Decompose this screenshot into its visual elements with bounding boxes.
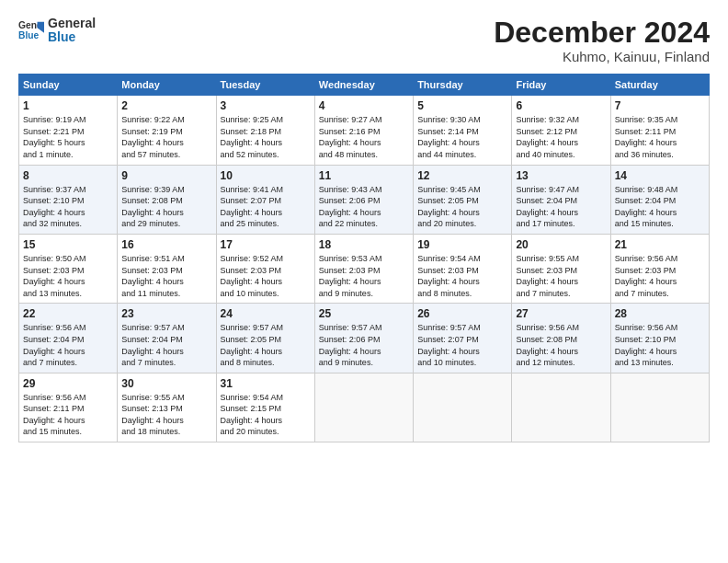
logo-blue: Blue bbox=[48, 30, 96, 44]
col-wednesday: Wednesday bbox=[314, 75, 413, 96]
col-tuesday: Tuesday bbox=[216, 75, 314, 96]
day-info: Sunrise: 9:45 AM Sunset: 2:05 PM Dayligh… bbox=[417, 184, 507, 230]
table-row bbox=[512, 373, 610, 442]
table-row: 2Sunrise: 9:22 AM Sunset: 2:19 PM Daylig… bbox=[118, 96, 216, 165]
table-row: 3Sunrise: 9:25 AM Sunset: 2:18 PM Daylig… bbox=[216, 96, 314, 165]
day-number: 11 bbox=[319, 169, 409, 182]
calendar-week-row: 22Sunrise: 9:56 AM Sunset: 2:04 PM Dayli… bbox=[19, 304, 710, 373]
day-info: Sunrise: 9:52 AM Sunset: 2:03 PM Dayligh… bbox=[221, 253, 311, 299]
table-row: 15Sunrise: 9:50 AM Sunset: 2:03 PM Dayli… bbox=[19, 234, 118, 303]
table-row: 24Sunrise: 9:57 AM Sunset: 2:05 PM Dayli… bbox=[216, 304, 314, 373]
table-row: 14Sunrise: 9:48 AM Sunset: 2:04 PM Dayli… bbox=[610, 165, 709, 234]
table-row: 9Sunrise: 9:39 AM Sunset: 2:08 PM Daylig… bbox=[118, 165, 216, 234]
day-info: Sunrise: 9:56 AM Sunset: 2:11 PM Dayligh… bbox=[23, 392, 113, 438]
day-number: 28 bbox=[615, 307, 705, 320]
table-row: 28Sunrise: 9:56 AM Sunset: 2:10 PM Dayli… bbox=[610, 304, 709, 373]
title-block: December 2024 Kuhmo, Kainuu, Finland bbox=[494, 17, 710, 64]
day-number: 7 bbox=[615, 99, 705, 112]
calendar-title: December 2024 bbox=[494, 17, 710, 49]
day-info: Sunrise: 9:30 AM Sunset: 2:14 PM Dayligh… bbox=[417, 114, 507, 160]
calendar-table: Sunday Monday Tuesday Wednesday Thursday… bbox=[18, 74, 710, 442]
day-number: 4 bbox=[319, 99, 409, 112]
day-number: 23 bbox=[121, 307, 211, 320]
table-row: 12Sunrise: 9:45 AM Sunset: 2:05 PM Dayli… bbox=[414, 165, 512, 234]
day-info: Sunrise: 9:56 AM Sunset: 2:04 PM Dayligh… bbox=[23, 322, 113, 368]
day-info: Sunrise: 9:51 AM Sunset: 2:03 PM Dayligh… bbox=[121, 253, 211, 299]
table-row: 19Sunrise: 9:54 AM Sunset: 2:03 PM Dayli… bbox=[414, 234, 512, 303]
logo: General Blue General Blue bbox=[18, 17, 96, 45]
day-info: Sunrise: 9:35 AM Sunset: 2:11 PM Dayligh… bbox=[615, 114, 705, 160]
day-info: Sunrise: 9:19 AM Sunset: 2:21 PM Dayligh… bbox=[23, 114, 113, 160]
table-row: 6Sunrise: 9:32 AM Sunset: 2:12 PM Daylig… bbox=[512, 96, 610, 165]
table-row: 1Sunrise: 9:19 AM Sunset: 2:21 PM Daylig… bbox=[19, 96, 118, 165]
day-number: 9 bbox=[121, 169, 211, 182]
day-number: 16 bbox=[121, 238, 211, 251]
day-info: Sunrise: 9:27 AM Sunset: 2:16 PM Dayligh… bbox=[319, 114, 409, 160]
header: General Blue General Blue December 2024 … bbox=[18, 17, 710, 64]
table-row: 23Sunrise: 9:57 AM Sunset: 2:04 PM Dayli… bbox=[118, 304, 216, 373]
calendar-header-row: Sunday Monday Tuesday Wednesday Thursday… bbox=[19, 75, 710, 96]
col-saturday: Saturday bbox=[610, 75, 709, 96]
calendar-week-row: 8Sunrise: 9:37 AM Sunset: 2:10 PM Daylig… bbox=[19, 165, 710, 234]
table-row: 20Sunrise: 9:55 AM Sunset: 2:03 PM Dayli… bbox=[512, 234, 610, 303]
day-number: 29 bbox=[23, 377, 113, 390]
table-row: 18Sunrise: 9:53 AM Sunset: 2:03 PM Dayli… bbox=[314, 234, 413, 303]
day-number: 26 bbox=[417, 307, 507, 320]
table-row bbox=[610, 373, 709, 442]
day-number: 27 bbox=[516, 307, 606, 320]
table-row: 4Sunrise: 9:27 AM Sunset: 2:16 PM Daylig… bbox=[314, 96, 413, 165]
day-info: Sunrise: 9:32 AM Sunset: 2:12 PM Dayligh… bbox=[516, 114, 606, 160]
day-info: Sunrise: 9:37 AM Sunset: 2:10 PM Dayligh… bbox=[23, 184, 113, 230]
day-number: 31 bbox=[221, 377, 311, 390]
day-info: Sunrise: 9:56 AM Sunset: 2:10 PM Dayligh… bbox=[615, 322, 705, 368]
calendar-page: General Blue General Blue December 2024 … bbox=[0, 0, 728, 563]
table-row: 11Sunrise: 9:43 AM Sunset: 2:06 PM Dayli… bbox=[314, 165, 413, 234]
day-info: Sunrise: 9:54 AM Sunset: 2:15 PM Dayligh… bbox=[221, 392, 311, 438]
logo-general: General bbox=[48, 17, 96, 30]
table-row bbox=[414, 373, 512, 442]
col-monday: Monday bbox=[118, 75, 216, 96]
day-number: 10 bbox=[221, 169, 311, 182]
calendar-subtitle: Kuhmo, Kainuu, Finland bbox=[494, 49, 710, 64]
day-number: 5 bbox=[417, 99, 507, 112]
day-info: Sunrise: 9:54 AM Sunset: 2:03 PM Dayligh… bbox=[417, 253, 507, 299]
table-row: 31Sunrise: 9:54 AM Sunset: 2:15 PM Dayli… bbox=[216, 373, 314, 442]
day-info: Sunrise: 9:43 AM Sunset: 2:06 PM Dayligh… bbox=[319, 184, 409, 230]
calendar-week-row: 29Sunrise: 9:56 AM Sunset: 2:11 PM Dayli… bbox=[19, 373, 710, 442]
day-info: Sunrise: 9:56 AM Sunset: 2:08 PM Dayligh… bbox=[516, 322, 606, 368]
day-number: 3 bbox=[221, 99, 311, 112]
day-number: 25 bbox=[319, 307, 409, 320]
day-info: Sunrise: 9:41 AM Sunset: 2:07 PM Dayligh… bbox=[221, 184, 311, 230]
col-friday: Friday bbox=[512, 75, 610, 96]
day-number: 1 bbox=[23, 99, 113, 112]
day-number: 18 bbox=[319, 238, 409, 251]
table-row: 25Sunrise: 9:57 AM Sunset: 2:06 PM Dayli… bbox=[314, 304, 413, 373]
day-info: Sunrise: 9:57 AM Sunset: 2:07 PM Dayligh… bbox=[417, 322, 507, 368]
day-number: 6 bbox=[516, 99, 606, 112]
day-info: Sunrise: 9:47 AM Sunset: 2:04 PM Dayligh… bbox=[516, 184, 606, 230]
day-number: 14 bbox=[615, 169, 705, 182]
col-sunday: Sunday bbox=[19, 75, 118, 96]
table-row: 5Sunrise: 9:30 AM Sunset: 2:14 PM Daylig… bbox=[414, 96, 512, 165]
day-number: 8 bbox=[23, 169, 113, 182]
day-number: 24 bbox=[221, 307, 311, 320]
day-number: 17 bbox=[221, 238, 311, 251]
table-row: 22Sunrise: 9:56 AM Sunset: 2:04 PM Dayli… bbox=[19, 304, 118, 373]
table-row: 17Sunrise: 9:52 AM Sunset: 2:03 PM Dayli… bbox=[216, 234, 314, 303]
col-thursday: Thursday bbox=[414, 75, 512, 96]
day-number: 12 bbox=[417, 169, 507, 182]
day-number: 19 bbox=[417, 238, 507, 251]
day-info: Sunrise: 9:57 AM Sunset: 2:06 PM Dayligh… bbox=[319, 322, 409, 368]
day-number: 22 bbox=[23, 307, 113, 320]
calendar-week-row: 1Sunrise: 9:19 AM Sunset: 2:21 PM Daylig… bbox=[19, 96, 710, 165]
day-info: Sunrise: 9:22 AM Sunset: 2:19 PM Dayligh… bbox=[121, 114, 211, 160]
table-row bbox=[314, 373, 413, 442]
day-info: Sunrise: 9:56 AM Sunset: 2:03 PM Dayligh… bbox=[615, 253, 705, 299]
day-info: Sunrise: 9:55 AM Sunset: 2:03 PM Dayligh… bbox=[516, 253, 606, 299]
table-row: 10Sunrise: 9:41 AM Sunset: 2:07 PM Dayli… bbox=[216, 165, 314, 234]
table-row: 29Sunrise: 9:56 AM Sunset: 2:11 PM Dayli… bbox=[19, 373, 118, 442]
table-row: 26Sunrise: 9:57 AM Sunset: 2:07 PM Dayli… bbox=[414, 304, 512, 373]
day-info: Sunrise: 9:25 AM Sunset: 2:18 PM Dayligh… bbox=[221, 114, 311, 160]
table-row: 30Sunrise: 9:55 AM Sunset: 2:13 PM Dayli… bbox=[118, 373, 216, 442]
day-info: Sunrise: 9:39 AM Sunset: 2:08 PM Dayligh… bbox=[121, 184, 211, 230]
